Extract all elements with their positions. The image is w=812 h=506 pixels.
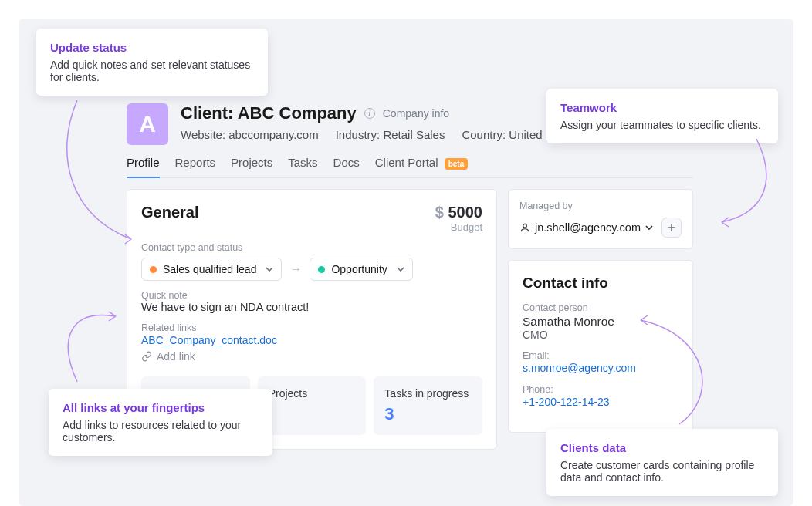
- contact-role: CMO: [523, 329, 678, 341]
- tab-projects[interactable]: Projects: [231, 156, 272, 177]
- contact-person-label: Contact person: [523, 302, 678, 313]
- callout-title: Update status: [50, 41, 254, 54]
- status-to-label: Opportunity: [331, 263, 387, 275]
- arrow-right-icon: →: [289, 262, 302, 276]
- budget-box: $ 5000 Budget: [435, 204, 482, 233]
- contact-phone-section: Phone: +1-200-122-14-23: [523, 384, 678, 409]
- manager-email: jn.shell@agency.com: [535, 221, 641, 234]
- tab-tasks[interactable]: Tasks: [288, 156, 317, 177]
- website-label: Website: abccompany.com: [181, 128, 319, 141]
- contact-name: Samatha Monroe: [523, 315, 678, 329]
- note-label: Quick note: [141, 290, 482, 301]
- tab-reports[interactable]: Reports: [175, 156, 216, 177]
- general-header: General $ 5000 Budget: [141, 204, 482, 233]
- chevron-down-icon: [397, 265, 404, 273]
- callout-body: Create customer cards containing profile…: [560, 459, 764, 484]
- status-row: Sales qualified lead → Opportunity: [141, 258, 482, 281]
- general-title: General: [141, 204, 198, 221]
- links-label: Related links: [141, 322, 482, 333]
- tab-profile[interactable]: Profile: [127, 156, 160, 178]
- mini-tasks[interactable]: Tasks in progress 3: [374, 376, 482, 435]
- callout-body: Add quick notes and set relevant statuse…: [50, 59, 254, 83]
- info-icon[interactable]: i: [364, 108, 375, 119]
- note-text: We have to sign an NDA contract!: [141, 301, 482, 313]
- header-title-row: Client: ABC Company i Company info: [181, 103, 578, 123]
- budget-label: Budget: [435, 221, 482, 233]
- callout-links: All links at your fingertips Add links t…: [49, 389, 272, 456]
- budget-amount: 5000: [448, 204, 483, 221]
- tab-docs[interactable]: Docs: [333, 156, 360, 177]
- callout-title: Teamwork: [560, 101, 764, 114]
- header-lines: Client: ABC Company i Company info Websi…: [181, 103, 578, 141]
- budget-symbol: $: [435, 204, 444, 221]
- managed-card: Managed by jn.shell@agency.com: [508, 189, 693, 249]
- related-link[interactable]: ABC_Company_contact.doc: [141, 334, 277, 346]
- tab-client-portal[interactable]: Client Portal beta: [375, 156, 468, 177]
- contact-card: Contact info Contact person Samatha Monr…: [508, 260, 693, 433]
- contact-person-section: Contact person Samatha Monroe CMO: [523, 302, 678, 341]
- budget-value: $ 5000: [435, 204, 482, 221]
- right-column: Managed by jn.shell@agency.com Contact: [508, 189, 693, 433]
- tabs: Profile Reports Projects Tasks Docs Clie…: [127, 156, 693, 178]
- links-section: Related links ABC_Company_contact.doc Ad…: [141, 322, 482, 363]
- status-to-select[interactable]: Opportunity: [310, 258, 412, 281]
- add-link-button[interactable]: Add link: [141, 350, 482, 363]
- client-title: Client: ABC Company: [181, 103, 357, 123]
- contact-email-section: Email: s.monroe@agency.com: [523, 350, 678, 375]
- chevron-down-icon: [266, 265, 273, 273]
- company-info-label: Company info: [383, 107, 449, 120]
- chevron-down-icon: [645, 224, 653, 231]
- status-from-select[interactable]: Sales qualified lead: [141, 258, 282, 281]
- callout-clients-data: Clients data Create customer cards conta…: [546, 429, 778, 496]
- add-link-label: Add link: [157, 350, 195, 363]
- mini-tasks-count: 3: [384, 404, 472, 424]
- managed-row: jn.shell@agency.com: [519, 218, 682, 238]
- callout-title: All links at your fingertips: [63, 401, 259, 414]
- callout-teamwork: Teamwork Assign your teammates to specif…: [546, 89, 778, 143]
- manager-select[interactable]: jn.shell@agency.com: [519, 221, 653, 234]
- status-label: Contact type and status: [141, 242, 482, 253]
- status-section: Contact type and status Sales qualified …: [141, 242, 482, 281]
- contact-phone[interactable]: +1-200-122-14-23: [523, 396, 609, 408]
- tab-client-portal-label: Client Portal: [375, 156, 438, 169]
- callout-update-status: Update status Add quick notes and set re…: [36, 29, 268, 96]
- plus-icon: [667, 223, 676, 232]
- header-meta: Website: abccompany.com Industry: Retail…: [181, 128, 578, 141]
- note-section: Quick note We have to sign an NDA contra…: [141, 290, 482, 313]
- link-icon: [141, 351, 152, 362]
- dot-orange-icon: [150, 266, 157, 273]
- managed-label: Managed by: [519, 201, 682, 211]
- callout-title: Clients data: [560, 441, 764, 454]
- svg-point-0: [523, 224, 527, 228]
- contact-email[interactable]: s.monroe@agency.com: [523, 362, 636, 374]
- beta-badge: beta: [445, 158, 469, 170]
- callout-body: Add links to resources related to your c…: [63, 419, 259, 444]
- contact-title: Contact info: [523, 275, 678, 292]
- status-from-label: Sales qualified lead: [163, 263, 256, 275]
- industry-label: Industry: Retail Sales: [336, 128, 445, 141]
- dot-green-icon: [318, 266, 325, 273]
- contact-email-label: Email:: [523, 350, 678, 361]
- callout-body: Assign your teammates to specific client…: [560, 119, 764, 131]
- add-manager-button[interactable]: [661, 218, 682, 238]
- avatar: A: [127, 103, 168, 145]
- user-icon: [519, 222, 530, 233]
- mini-projects[interactable]: Projects: [258, 376, 367, 435]
- mini-tasks-label: Tasks in progress: [384, 387, 472, 400]
- contact-phone-label: Phone:: [523, 384, 678, 395]
